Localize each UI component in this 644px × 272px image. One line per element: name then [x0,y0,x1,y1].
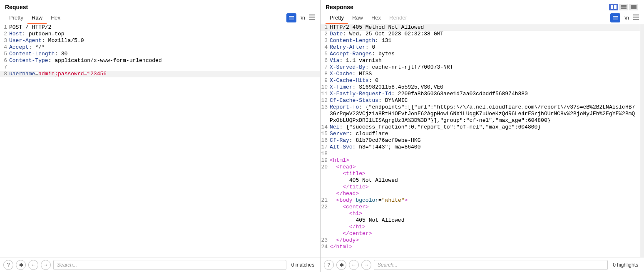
tab-pretty[interactable]: Pretty [5,12,27,23]
wrap-toggle[interactable]: \n [624,15,629,21]
gear-icon[interactable] [336,260,346,270]
code-line[interactable]: 22 <center> [321,204,640,210]
code-line[interactable]: 18 [321,151,640,157]
code-line[interactable]: 1POST / HTTP/2 [0,24,320,31]
code-content[interactable]: <html> [330,157,640,164]
code-content[interactable]: Nel: {"success_fraction":0,"report_to":"… [330,124,640,131]
code-content[interactable]: <head> [330,164,640,171]
code-line[interactable]: 9X-Cache-Hits: 0 [321,77,640,84]
code-content[interactable]: Content-Type: application/x-www-form-url… [9,57,320,64]
help-icon[interactable]: ? [324,260,334,270]
code-content[interactable]: <h1> [330,210,640,217]
code-line[interactable]: 4Retry-After: 0 [321,44,640,51]
tab-raw[interactable]: Raw [348,12,367,23]
code-line[interactable]: </title> [321,184,640,190]
code-content[interactable]: <title> [330,171,640,177]
tab-hex[interactable]: Hex [367,12,385,23]
code-content[interactable]: X-Cache: MISS [330,71,640,77]
code-content[interactable]: Cf-Cache-Status: DYNAMIC [330,97,640,104]
code-content[interactable]: </title> [330,184,640,190]
code-content[interactable] [330,151,640,157]
code-line[interactable]: 3Content-Length: 131 [321,37,640,44]
back-button[interactable]: ← [28,260,38,270]
code-content[interactable]: Host: putdown.top [9,31,320,37]
code-line[interactable]: 405 Not Allowed [321,177,640,184]
code-line[interactable]: </center> [321,230,640,237]
code-line[interactable]: 13Report-To: {"endpoints":[{"url":"https… [321,104,640,124]
code-content[interactable]: POST / HTTP/2 [9,24,320,31]
code-line[interactable]: 6Via: 1.1 varnish [321,57,640,64]
code-content[interactable]: uaername=admin;passowrd=123456 [9,71,320,77]
code-content[interactable]: Accept-Ranges: bytes [330,51,640,57]
layout-columns-button[interactable] [609,4,618,10]
code-line[interactable]: </h1> [321,224,640,230]
inspector-toggle-button[interactable] [286,13,296,22]
code-content[interactable]: </head> [330,190,640,197]
code-line[interactable]: 15Server: cloudflare [321,131,640,137]
code-content[interactable]: </h1> [330,224,640,230]
code-line[interactable]: 7X-Served-By: cache-nrt-rjtf7700073-NRT [321,64,640,71]
code-line[interactable]: <title> [321,171,640,177]
code-line[interactable]: 12Cf-Cache-Status: DYNAMIC [321,97,640,104]
layout-rows-button[interactable] [619,4,628,10]
code-line[interactable]: 23 </body> [321,237,640,244]
menu-icon[interactable] [633,15,639,21]
code-content[interactable]: Report-To: {"endpoints":[{"url":"https:\… [330,104,640,124]
code-line[interactable]: 7 [0,64,320,71]
code-line[interactable]: 405 Not Allowed [321,217,640,224]
response-search-input[interactable] [374,260,608,270]
code-content[interactable]: Cf-Ray: 81b70cd76acf0ebe-HKG [330,137,640,144]
layout-single-button[interactable] [629,4,638,10]
wrap-toggle[interactable]: \n [301,15,305,21]
code-content[interactable]: <body bgcolor="white"> [330,197,640,204]
code-line[interactable]: 14Nel: {"success_fraction":0,"report_to"… [321,124,640,131]
code-line[interactable]: 2Date: Wed, 25 Oct 2023 02:32:38 GMT [321,31,640,37]
forward-button[interactable]: → [361,260,371,270]
code-line[interactable]: 3User-Agent: Mozilla/5.0 [0,37,320,44]
scrollbar[interactable] [640,24,644,257]
code-content[interactable]: Content-Length: 30 [9,51,320,57]
code-line[interactable]: 5Accept-Ranges: bytes [321,51,640,57]
code-content[interactable]: X-Timer: S1698201158.455925,VS0,VE0 [330,84,640,91]
code-content[interactable] [9,64,320,71]
code-content[interactable]: HTTP/2 405 Method Not Allowed [330,24,640,31]
code-content[interactable]: </html> [330,244,640,250]
code-line[interactable]: </head> [321,190,640,197]
code-line[interactable]: 4Accept: */* [0,44,320,51]
code-line[interactable]: 8uaername=admin;passowrd=123456 [0,71,320,77]
code-content[interactable]: User-Agent: Mozilla/5.0 [9,37,320,44]
code-line[interactable]: 17Alt-Svc: h3=":443"; ma=86400 [321,144,640,151]
code-line[interactable]: 20 <head> [321,164,640,171]
code-content[interactable]: X-Fastly-Request-Id: 2209fa8b360363aee1d… [330,91,640,97]
response-editor[interactable]: 1HTTP/2 405 Method Not Allowed2Date: Wed… [321,24,640,257]
code-line[interactable]: 21 <body bgcolor="white"> [321,197,640,204]
request-search-input[interactable] [53,260,286,270]
tab-pretty[interactable]: Pretty [326,12,348,23]
menu-icon[interactable] [309,15,315,21]
code-line[interactable]: 10X-Timer: S1698201158.455925,VS0,VE0 [321,84,640,91]
code-content[interactable]: X-Cache-Hits: 0 [330,77,640,84]
request-editor[interactable]: 1POST / HTTP/22Host: putdown.top3User-Ag… [0,24,320,257]
code-content[interactable]: Date: Wed, 25 Oct 2023 02:32:38 GMT [330,31,640,37]
code-content[interactable]: Retry-After: 0 [330,44,640,51]
code-content[interactable]: 405 Not Allowed [330,177,640,184]
code-line[interactable]: 11X-Fastly-Request-Id: 2209fa8b360363aee… [321,91,640,97]
code-content[interactable]: 405 Not Allowed [330,217,640,224]
help-icon[interactable]: ? [3,260,13,270]
code-line[interactable]: 24</html> [321,244,640,250]
tab-raw[interactable]: Raw [27,12,47,23]
code-content[interactable]: Alt-Svc: h3=":443"; ma=86400 [330,144,640,151]
back-button[interactable]: ← [349,260,359,270]
code-content[interactable]: Accept: */* [9,44,320,51]
gear-icon[interactable] [16,260,26,270]
code-content[interactable]: </center> [330,230,640,237]
code-content[interactable]: Via: 1.1 varnish [330,57,640,64]
code-line[interactable]: 6Content-Type: application/x-www-form-ur… [0,57,320,64]
code-content[interactable]: Server: cloudflare [330,131,640,137]
code-content[interactable]: </body> [330,237,640,244]
code-line[interactable]: 2Host: putdown.top [0,31,320,37]
code-line[interactable]: 1HTTP/2 405 Method Not Allowed [321,24,640,31]
code-content[interactable]: X-Served-By: cache-nrt-rjtf7700073-NRT [330,64,640,71]
tab-hex[interactable]: Hex [47,12,65,23]
code-line[interactable]: <h1> [321,210,640,217]
